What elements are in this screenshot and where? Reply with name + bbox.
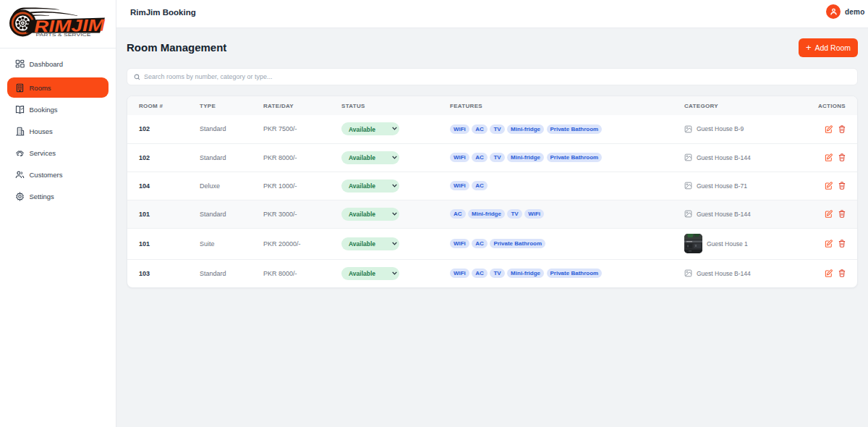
svg-text:PARTS & SERVICE: PARTS & SERVICE (36, 33, 91, 37)
svg-text:RIMJIM: RIMJIM (34, 15, 106, 35)
